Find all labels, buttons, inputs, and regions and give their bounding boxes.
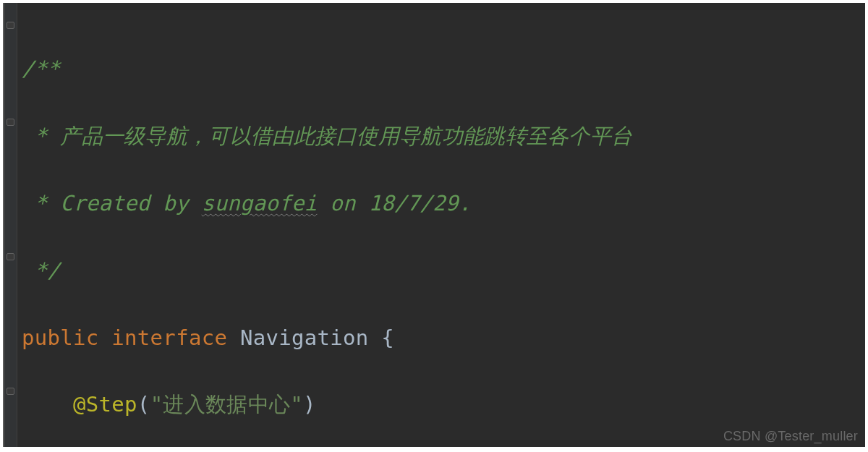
fold-marker-icon[interactable] — [7, 119, 14, 126]
code-content[interactable]: /** * 产品一级导航，可以借由此接口使用导航功能跳转至各个平台 * Crea… — [22, 19, 858, 447]
gutter — [4, 3, 17, 447]
code-line: */ — [22, 254, 858, 287]
annotation-step: Step — [86, 392, 137, 417]
javadoc-close: */ — [22, 258, 60, 283]
author-name: sungaofei — [202, 191, 318, 216]
fold-marker-icon[interactable] — [7, 388, 14, 395]
keyword-interface: interface — [111, 325, 240, 350]
string-literal: "进入数据中心" — [150, 392, 303, 417]
javadoc-description: 产品一级导航，可以借由此接口使用导航功能跳转至各个平台 — [60, 124, 632, 148]
javadoc-open: /** — [22, 56, 60, 81]
watermark-text: CSDN @Tester_muller — [723, 429, 858, 444]
code-line: /** — [22, 52, 858, 85]
code-line: * Created by sungaofei on 18/7/29. — [22, 187, 858, 220]
annotation-at: @ — [73, 392, 86, 417]
code-line: public interface Navigation { — [22, 321, 858, 354]
code-line: @Step("进入数据中心") — [22, 388, 858, 421]
class-name: Navigation — [240, 325, 369, 350]
code-line: * 产品一级导航，可以借由此接口使用导航功能跳转至各个平台 — [22, 119, 858, 153]
fold-marker-icon[interactable] — [7, 253, 14, 260]
keyword-public: public — [22, 325, 111, 350]
code-editor[interactable]: /** * 产品一级导航，可以借由此接口使用导航功能跳转至各个平台 * Crea… — [3, 3, 865, 447]
fold-marker-icon[interactable] — [7, 22, 14, 29]
